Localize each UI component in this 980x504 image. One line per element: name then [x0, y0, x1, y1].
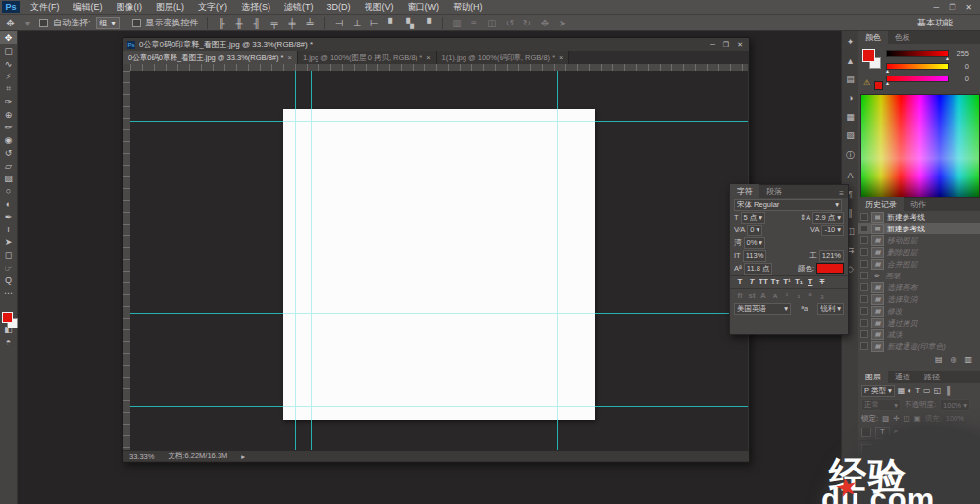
history-row[interactable]: ✏ 画笔	[858, 270, 980, 281]
dock-icon-adjustments[interactable]: ✦	[847, 37, 855, 47]
menu-filter[interactable]: 滤镜(T)	[277, 1, 320, 14]
tool-eyedropper[interactable]: ✑	[0, 95, 17, 108]
tool-preset-caret-icon[interactable]: ▾	[22, 18, 34, 28]
oldstyle-button[interactable]: ₐ	[816, 291, 828, 300]
titling-alternates-button[interactable]: ¹	[781, 291, 793, 300]
align-icon-4[interactable]: ╪	[286, 18, 299, 28]
green-value[interactable]: 0	[952, 62, 969, 71]
history-source-checkbox[interactable]	[860, 330, 868, 338]
history-row[interactable]: ▤ 通过拷贝	[858, 317, 980, 328]
distribute-icon-5[interactable]: ▝	[421, 18, 434, 28]
align-icon-2[interactable]: ╢	[251, 18, 264, 28]
tab-color[interactable]: 颜色	[858, 30, 888, 44]
tool-pen[interactable]: ✒	[0, 210, 17, 223]
menu-edit[interactable]: 编辑(E)	[67, 1, 110, 14]
extra-icon-0[interactable]: ▥	[451, 18, 464, 28]
slider-red[interactable]: ▲ 255	[886, 47, 976, 60]
stylistic-alternates-button[interactable]: ᴀ	[769, 291, 781, 300]
faux-bold-button[interactable]: T	[734, 277, 746, 286]
language-dropdown[interactable]: 美国英语 ▾	[734, 303, 791, 315]
history-source-checkbox[interactable]	[860, 248, 868, 256]
tool-quick-select[interactable]: ⚡	[0, 70, 17, 82]
blue-gradient[interactable]: ▲	[886, 76, 949, 82]
history-source-checkbox[interactable]	[860, 225, 868, 232]
panel-fg-swatch[interactable]	[862, 49, 875, 62]
dock-icon-patterns[interactable]: ▧	[846, 130, 855, 140]
tab-paths[interactable]: 路径	[917, 370, 947, 383]
tab-layers[interactable]: 图层	[858, 370, 888, 383]
distribute-icon-3[interactable]: ▘	[386, 18, 399, 28]
history-row[interactable]: ▤ 合并图层	[858, 258, 980, 270]
layer-visibility-toggle[interactable]	[861, 428, 871, 437]
menu-3d[interactable]: 3D(D)	[320, 2, 358, 12]
menu-window[interactable]: 窗口(W)	[401, 1, 447, 14]
dock-icon-swatches[interactable]: ▤	[846, 75, 855, 84]
faux-italic-button[interactable]: T	[746, 277, 758, 286]
history-source-checkbox[interactable]	[860, 295, 868, 303]
lock-position-icon[interactable]: ◫	[903, 414, 909, 423]
anti-alias-dropdown[interactable]: 锐利 ▾	[817, 303, 844, 315]
history-row[interactable]: ▤ 选择画布	[858, 281, 980, 293]
dock-icon-character-styles[interactable]: A	[847, 171, 853, 180]
dock-icon-channels[interactable]: ▦	[846, 112, 855, 122]
screen-mode-icon[interactable]: ◓	[0, 335, 17, 348]
filter-pixel-icon[interactable]: ▦	[898, 386, 906, 395]
blend-mode-dropdown[interactable]: 正常 ▾	[861, 399, 901, 411]
opacity-field[interactable]: 100% ▾	[940, 399, 970, 411]
extra-icon-5[interactable]: ✥	[539, 18, 552, 28]
history-row[interactable]: ▤ 移动图层	[858, 234, 980, 246]
align-icon-0[interactable]: ╟	[216, 18, 228, 28]
tool-move[interactable]: ✥	[0, 31, 17, 44]
tab-actions[interactable]: 动作	[904, 197, 933, 211]
fractions-button[interactable]: ᵃ	[805, 291, 816, 300]
tab-history[interactable]: 历史记录	[858, 197, 904, 211]
lock-pixels-icon[interactable]: ✛	[893, 414, 899, 423]
history-row[interactable]: ▤ 修改	[858, 305, 980, 317]
horizontal-scale-field[interactable]: 121%	[819, 250, 844, 262]
status-arrow-icon[interactable]: ▸	[241, 452, 245, 461]
history-source-checkbox[interactable]	[860, 236, 868, 244]
history-source-checkbox[interactable]	[860, 319, 868, 327]
slider-green[interactable]: ▲ 0	[886, 60, 976, 73]
delete-state-icon[interactable]: ▥	[964, 355, 972, 364]
color-spectrum[interactable]	[860, 94, 980, 198]
slider-blue[interactable]: ▲ 0	[886, 73, 976, 85]
blue-value[interactable]: 0	[952, 75, 969, 83]
layer-filter-dropdown[interactable]: Ρ 类型 ▾	[861, 385, 895, 397]
extra-icon-1[interactable]: ≡	[468, 18, 481, 28]
foreground-color-swatch[interactable]	[2, 312, 13, 323]
baseline-shift-field[interactable]: 11.8 点	[744, 263, 773, 275]
history-source-checkbox[interactable]	[860, 272, 868, 279]
slider-thumb-icon[interactable]: ▲	[945, 55, 950, 61]
font-family-dropdown[interactable]: 宋体 Regular ▾	[734, 199, 842, 211]
tool-dodge[interactable]: ◐	[0, 197, 17, 210]
zoom-level[interactable]: 33.33%	[129, 452, 154, 461]
new-snapshot-icon[interactable]: ◎	[950, 355, 956, 364]
extra-icon-3[interactable]: ↺	[504, 18, 516, 28]
history-source-checkbox[interactable]	[860, 260, 868, 268]
app-restore-button[interactable]: ❐	[949, 3, 956, 12]
tool-clone-stamp[interactable]: ◉	[0, 133, 17, 146]
color-swatches[interactable]	[0, 312, 17, 329]
tool-zoom[interactable]: Q	[0, 274, 17, 286]
lock-transparent-icon[interactable]: ▨	[882, 414, 889, 423]
vertical-scale-field[interactable]: 113%	[743, 250, 767, 262]
align-icon-3[interactable]: ╤	[269, 18, 281, 28]
tab-swatches[interactable]: 色板	[888, 30, 917, 44]
all-caps-button[interactable]: TT	[758, 277, 769, 286]
tool-brush[interactable]: ✏	[0, 121, 17, 133]
tool-eraser[interactable]: ▱	[0, 159, 17, 172]
history-row[interactable]: ▤ 删除图层	[858, 246, 980, 258]
contextual-alternates-button[interactable]: st	[746, 291, 758, 300]
menu-help[interactable]: 帮助(H)	[446, 1, 490, 14]
document-tab-2[interactable]: 1.jpg @ 100%(图层 0 拷贝, RGB/8) * ×	[298, 51, 437, 64]
menu-layer[interactable]: 图层(L)	[149, 1, 191, 14]
menu-view[interactable]: 视图(V)	[358, 1, 401, 14]
lock-all-icon[interactable]: ▣	[914, 414, 921, 423]
document-canvas[interactable]	[283, 109, 595, 420]
history-row[interactable]: ▤ 新建参考线	[858, 211, 980, 223]
green-gradient[interactable]: ▲	[886, 63, 949, 70]
gamut-swatch[interactable]	[874, 81, 883, 90]
tab-close-icon[interactable]: ×	[288, 53, 292, 62]
filter-toggle-icon[interactable]: ▐	[944, 386, 950, 395]
